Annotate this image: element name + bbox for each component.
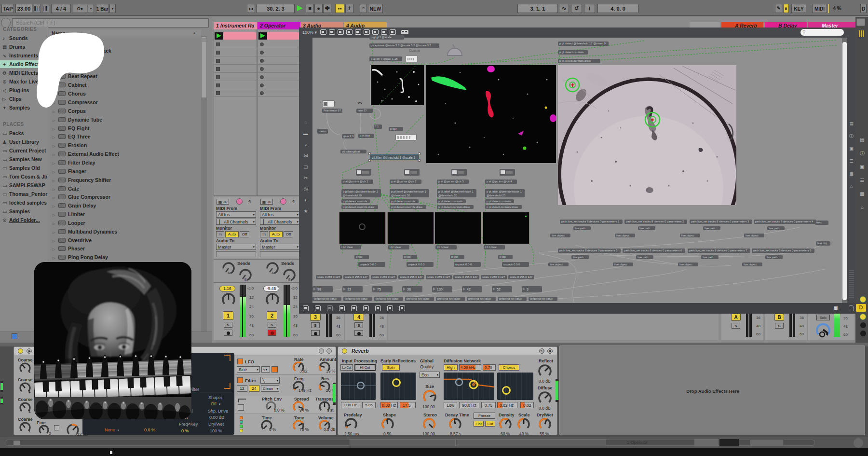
svg-text:B: B	[244, 278, 247, 281]
svg-text:B: B	[288, 278, 291, 281]
svg-text:A: A	[271, 271, 274, 275]
svg-text:A: A	[228, 271, 230, 275]
